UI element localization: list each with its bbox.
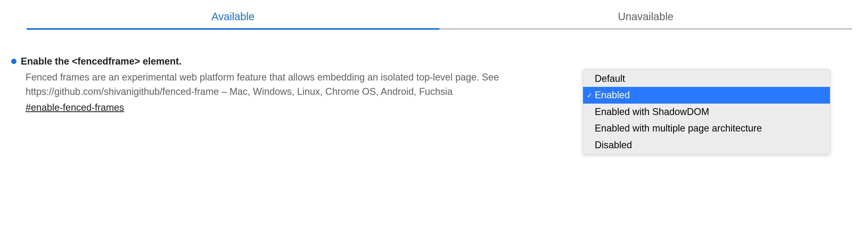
dropdown-option-default[interactable]: Default: [583, 69, 830, 87]
tabs-container: Available Unavailable: [27, 0, 852, 29]
dropdown-option-shadowdom[interactable]: Enabled with ShadowDOM: [583, 104, 830, 120]
modified-indicator-icon: [11, 59, 17, 64]
dropdown-option-enabled[interactable]: ✓ Enabled: [583, 87, 830, 103]
flag-title-row: Enable the <fencedframe> element.: [11, 56, 857, 67]
dropdown-option-mparch[interactable]: Enabled with multiple page architecture: [583, 120, 830, 137]
dropdown-option-label: Enabled: [595, 89, 630, 101]
flag-anchor-link[interactable]: #enable-fenced-frames: [26, 102, 124, 113]
dropdown-option-disabled[interactable]: Disabled: [583, 137, 830, 154]
flag-state-dropdown[interactable]: Default ✓ Enabled Enabled with ShadowDOM…: [583, 69, 830, 155]
flag-description: Fenced frames are an experimental web pl…: [26, 70, 571, 99]
flag-title: Enable the <fencedframe> element.: [21, 56, 182, 67]
flag-item: Enable the <fencedframe> element. Fenced…: [0, 56, 868, 113]
checkmark-icon: ✓: [587, 90, 593, 100]
tab-unavailable[interactable]: Unavailable: [439, 0, 852, 29]
tab-available[interactable]: Available: [27, 0, 439, 29]
